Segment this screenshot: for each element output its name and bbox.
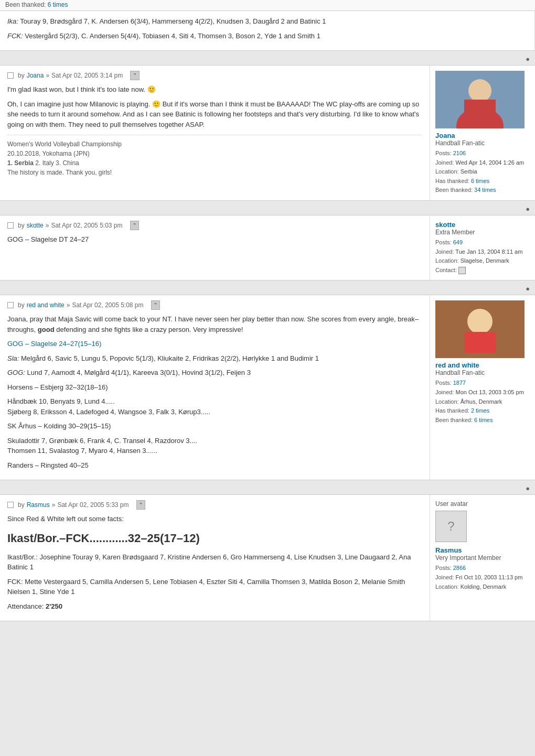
svg-rect-6 (464, 332, 496, 353)
has-thanked-link-raw[interactable]: 2 times (471, 407, 489, 414)
joined-label-joana: Joined: (435, 159, 454, 166)
been-thanked-link[interactable]: 6 times (48, 1, 68, 8)
post-raw-user-info: Posts: 1877 Joined: Mon Oct 13, 2003 3:0… (435, 379, 530, 425)
ika-label: Ika: (7, 17, 18, 25)
post-joana-user-link[interactable]: Joana (435, 132, 455, 139)
gog-label: GOG: (7, 369, 25, 376)
post-joana-signature: Women's World Volleyball Championship 20… (7, 135, 422, 177)
joined-value-joana: Wed Apr 14, 2004 1:26 am (456, 159, 525, 166)
posts-label-joana: Posts: (435, 150, 452, 156)
post-rasmus-user-info: Posts: 2866 Joined: Fri Oct 10, 2003 11:… (435, 564, 530, 591)
avatar-raw-svg (435, 300, 525, 358)
post-joana-user-rank: Handball Fan-atic (435, 139, 530, 147)
post-joana-main: by Joana » Sat Apr 02, 2005 3:14 pm " I'… (0, 66, 430, 200)
location-label-joana: Location: (435, 168, 459, 175)
posts-value-raw[interactable]: 1877 (453, 380, 466, 386)
sig-bold: 1. Serbia (7, 159, 34, 167)
post-redandwhite-wrapper: by red and white » Sat Apr 02, 2005 5:08… (0, 295, 535, 480)
post-joana-date: Sat Apr 02, 2005 3:14 pm (51, 72, 123, 79)
post-rasmus-wrapper: by Rasmus » Sat Apr 02, 2005 5:33 pm " S… (0, 494, 535, 621)
raw-p5: Horsens – Esbjerg 32–32(18–16) (7, 382, 422, 393)
post-rasmus-quote-button[interactable]: " (136, 500, 146, 510)
post-rasmus-icon (7, 502, 14, 508)
post-rasmus-user-name-wrap: Rasmus (435, 546, 530, 554)
avatar-joana-svg (435, 71, 525, 128)
post-skotte-body: GOG – Slagelse DT 24–27 (7, 234, 422, 245)
post-skotte-quote-button[interactable]: " (130, 221, 140, 230)
post-rasmus-avatar: ? (435, 511, 467, 542)
posts-value-joana[interactable]: 2106 (453, 150, 466, 156)
location-value-skotte: Slagelse, Denmark (461, 257, 509, 264)
post-redandwhite-avatar (435, 300, 525, 358)
post-raw-user-rank: Handball Fan-atic (435, 369, 530, 376)
been-thanked-link-joana[interactable]: 34 times (474, 187, 496, 193)
raw-p6: Håndbæk 10, Benyats 9, Lund 4.....Sjøber… (7, 396, 422, 417)
post-joana-p1: I'm glad Ikast won, but I think it's too… (7, 84, 422, 95)
gog-slagelse-link[interactable]: GOG – Slagelse 24–27(15–16) (7, 340, 101, 348)
fck-text: Vestergård 5(2/3), C. Andersen 5(4/4), T… (25, 32, 320, 40)
post-redandwhite-sep: » (67, 301, 70, 309)
location-value-joana: Serbia (461, 168, 477, 175)
has-thanked-link-joana[interactable]: 6 times (471, 178, 489, 184)
post-rasmus-meta: by Rasmus » Sat Apr 02, 2005 5:33 pm " (7, 500, 422, 510)
has-thanked-label-raw: Has thanked: (435, 407, 469, 414)
been-thanked-label-raw: Been thanked: (435, 417, 473, 423)
post-redandwhite-quote-button[interactable]: " (151, 300, 160, 310)
post-joana-sidebar: Joana Handball Fan-atic Posts: 2106 Join… (430, 66, 535, 200)
post-top-line1: Ika: Touray 9, Brødsgård 7, K. Andersen … (7, 16, 527, 27)
post-raw-user-link[interactable]: red and white (435, 361, 479, 369)
post-rasmus-sep: » (52, 501, 56, 509)
been-thanked-label-joana: Been thanked: (435, 187, 473, 193)
location-value-rasmus: Kolding, Denmark (461, 584, 506, 590)
post-skotte-username[interactable]: skotte (27, 222, 44, 229)
post-joana-user-name-wrap: Joana (435, 132, 530, 139)
post-redandwhite-by: by (18, 301, 25, 309)
dot-divider-top: ● (0, 53, 535, 65)
page-container: Been thanked: 6 times Ika: Touray 9, Brø… (0, 0, 535, 621)
post-rasmus-user-link[interactable]: Rasmus (435, 546, 462, 554)
svg-point-5 (467, 309, 493, 334)
dot-divider-joana: ● (0, 203, 535, 215)
joined-label-rasmus: Joined: (435, 574, 454, 580)
been-thanked-link-raw[interactable]: 6 times (474, 417, 493, 423)
post-redandwhite-sidebar: red and white Handball Fan-atic Posts: 1… (430, 295, 535, 480)
post-top-body: Ika: Touray 9, Brødsgård 7, K. Andersen … (0, 11, 535, 50)
posts-label-rasmus: Posts: (435, 565, 452, 571)
joined-value-raw: Mon Oct 13, 2003 3:05 pm (456, 389, 524, 395)
location-value-raw: Århus, Denmark (461, 398, 502, 405)
post-rasmus-main: by Rasmus » Sat Apr 02, 2005 5:33 pm " S… (0, 495, 430, 621)
post-joana-icon (7, 72, 14, 79)
post-joana-username[interactable]: Joana (27, 72, 44, 79)
post-top-content: Ika: Touray 9, Brødsgård 7, K. Andersen … (7, 16, 527, 41)
posts-value-rasmus[interactable]: 2866 (453, 565, 466, 571)
contact-icon-skotte[interactable] (458, 267, 466, 274)
post-top: Been thanked: 6 times Ika: Touray 9, Brø… (0, 0, 535, 65)
post-rasmus-body: Since Red & White left out some facts: I… (7, 514, 422, 611)
raw-p7: SK Århus – Kolding 30–29(15–15) (7, 421, 422, 431)
post-redandwhite-username[interactable]: red and white (27, 301, 65, 309)
post-skotte-user-link[interactable]: skotte (435, 221, 455, 229)
raw-p3: Sla: Melgård 6, Savic 5, Lungu 5, Popovi… (7, 353, 422, 364)
post-skotte-date: Sat Apr 02, 2005 5:03 pm (51, 222, 122, 229)
rasmus-p1: Ikast/Bor.: Josephine Touray 9, Karen Br… (7, 552, 422, 573)
contact-label-skotte: Contact: (435, 267, 457, 273)
post-joana: by Joana » Sat Apr 02, 2005 3:14 pm " I'… (0, 65, 535, 215)
post-joana-datemark: » (46, 72, 49, 79)
rasmus-p3: Attendance: 2'250 (7, 601, 422, 612)
post-rasmus-username[interactable]: Rasmus (27, 501, 50, 509)
post-skotte-user-info: Posts: 649 Joined: Tue Jan 13, 2004 8:11… (435, 238, 530, 275)
location-label-skotte: Location: (435, 257, 459, 264)
posts-value-skotte[interactable]: 649 (453, 239, 463, 245)
raw-p2: GOG – Slagelse 24–27(15–16) (7, 339, 422, 349)
post-skotte-sep: » (46, 222, 49, 229)
post-joana-meta: by Joana » Sat Apr 02, 2005 3:14 pm " (7, 71, 422, 80)
post-top-wrapper: Ika: Touray 9, Brødsgård 7, K. Andersen … (0, 10, 535, 51)
post-joana-user-info: Posts: 2106 Joined: Wed Apr 14, 2004 1:2… (435, 149, 530, 195)
rasmus-p2: FCK: Mette Vestergaard 5, Camilla Anders… (7, 577, 422, 597)
post-redandwhite-body: Joana, pray that Maja Savic will come ba… (7, 314, 422, 470)
post-skotte-wrapper: by skotte » Sat Apr 02, 2005 5:03 pm " G… (0, 215, 535, 280)
post-joana-avatar (435, 71, 525, 128)
post-joana-p2: Oh, I can imagine just how Milanovic is … (7, 99, 422, 130)
dot-divider-skotte: ● (0, 283, 535, 295)
post-joana-quote-button[interactable]: " (130, 71, 140, 80)
